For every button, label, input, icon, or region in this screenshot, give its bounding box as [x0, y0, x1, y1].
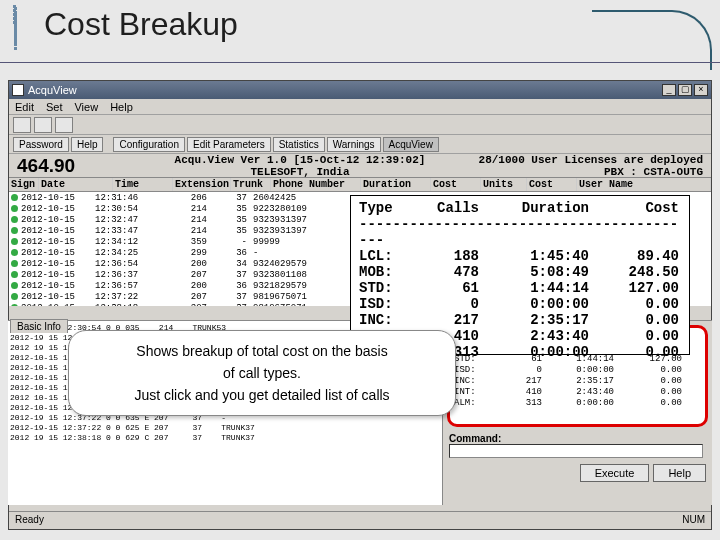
- tab-configuration[interactable]: Configuration: [113, 137, 184, 152]
- status-num: NUM: [682, 514, 705, 525]
- tab-password[interactable]: Password: [13, 137, 69, 152]
- menu-view[interactable]: View: [74, 101, 98, 113]
- version-text: Acqu.View Ver 1.0 [15-Oct-12 12:39:02]: [171, 154, 429, 166]
- overlay-row: ISD:00:00:000.00: [359, 296, 681, 312]
- overlay-col-calls: Calls: [409, 200, 479, 216]
- tab-edit-parameters[interactable]: Edit Parameters: [187, 137, 271, 152]
- col-cost: Cost: [431, 178, 481, 191]
- menu-help[interactable]: Help: [110, 101, 133, 113]
- col-duration: Duration: [361, 178, 431, 191]
- col-units: Units: [481, 178, 527, 191]
- overlay-divider: ----------------------------------------…: [359, 216, 681, 248]
- overlay-col-duration: Duration: [479, 200, 589, 216]
- explanation-callout: Shows breakup of total cost on the basis…: [68, 330, 456, 416]
- maximize-button[interactable]: ▢: [678, 84, 692, 96]
- menu-set[interactable]: Set: [46, 101, 63, 113]
- app-icon: [12, 84, 24, 96]
- help-button[interactable]: Help: [653, 464, 706, 482]
- callout-line2: of call types.: [223, 362, 301, 384]
- company-text: TELESOFT, India: [171, 166, 429, 178]
- list-item[interactable]: 2012-19-15 12:37:22 0 0 625 E 207 37 TRU…: [10, 423, 440, 433]
- open-icon[interactable]: [13, 117, 31, 133]
- window-title: AcquView: [28, 84, 77, 96]
- menubar: Edit Set View Help: [9, 99, 711, 115]
- column-headers: Sign Date Time Extension Trunk Phone Num…: [9, 178, 711, 192]
- tab-acquview[interactable]: AcquView: [383, 137, 439, 152]
- col-sign: Sign: [9, 178, 39, 191]
- col-cost2: Cost: [527, 178, 577, 191]
- save-icon[interactable]: [34, 117, 52, 133]
- overlay-row: LCL:1881:45:4089.40: [359, 248, 681, 264]
- overlay-row: MOB:4785:08:49248.50: [359, 264, 681, 280]
- overlay-row: STD:611:44:14127.00: [359, 280, 681, 296]
- title-underline: [0, 62, 720, 63]
- summary-row[interactable]: ALM:3130:00:000.00: [454, 398, 701, 409]
- summary-row[interactable]: INC:2172:35:170.00: [454, 376, 701, 387]
- menu-edit[interactable]: Edit: [15, 101, 34, 113]
- summary-row[interactable]: INT:4102:43:400.00: [454, 387, 701, 398]
- overlay-row: INC:2172:35:170.00: [359, 312, 681, 328]
- command-input[interactable]: [449, 444, 703, 458]
- close-button[interactable]: ×: [694, 84, 708, 96]
- titlebar: AcquView _ ▢ ×: [9, 81, 711, 99]
- total-cost-value: 464.90: [9, 155, 75, 177]
- page-title: Cost Breakup: [44, 6, 238, 43]
- toolbar-tabs: Password Help Configuration Edit Paramet…: [9, 135, 711, 154]
- header-area: 464.90 Acqu.View Ver 1.0 [15-Oct-12 12:3…: [9, 154, 711, 178]
- decoration-dots: [12, 4, 17, 25]
- col-date: Date: [39, 178, 113, 191]
- licenses-text: 28/1000 User Licenses are deployed: [429, 154, 703, 166]
- col-trunk: Trunk: [231, 178, 271, 191]
- overlay-col-cost: Cost: [589, 200, 679, 216]
- minimize-button[interactable]: _: [662, 84, 676, 96]
- command-label: Command:: [449, 433, 706, 444]
- list-item[interactable]: 2012 19 15 12:38:18 0 0 629 C 207 37 TRU…: [10, 433, 440, 443]
- callout-line3: Just click and you get detailed list of …: [134, 384, 389, 406]
- col-username: User Name: [577, 178, 711, 191]
- statusbar: Ready NUM: [9, 511, 711, 527]
- overlay-col-type: Type: [359, 200, 409, 216]
- execute-button[interactable]: Execute: [580, 464, 650, 482]
- col-time: Time: [113, 178, 173, 191]
- print-icon[interactable]: [55, 117, 73, 133]
- status-ready: Ready: [15, 514, 44, 525]
- tab-statistics[interactable]: Statistics: [273, 137, 325, 152]
- summary-row[interactable]: ISD:00:00:000.00: [454, 365, 701, 376]
- callout-line1: Shows breakup of total cost on the basis: [136, 340, 387, 362]
- tab-help[interactable]: Help: [71, 137, 104, 152]
- decoration-curve: [592, 10, 712, 70]
- col-phone: Phone Number: [271, 178, 361, 191]
- pbx-text: PBX : CSTA-OUTG: [429, 166, 703, 178]
- col-extension: Extension: [173, 178, 231, 191]
- toolbar-icons: [9, 115, 711, 135]
- tab-basic-info[interactable]: Basic Info: [10, 319, 68, 333]
- tab-warnings[interactable]: Warnings: [327, 137, 381, 152]
